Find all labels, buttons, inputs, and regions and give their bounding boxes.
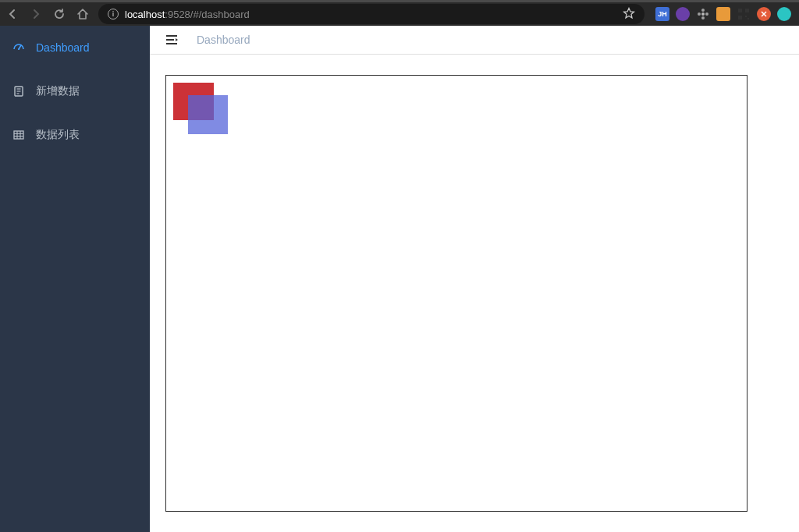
svg-point-0	[701, 12, 705, 16]
extension-purple-icon[interactable]	[676, 7, 690, 21]
site-info-icon[interactable]: i	[108, 9, 119, 20]
svg-point-10	[18, 48, 20, 50]
extension-jh-icon[interactable]: JH	[655, 7, 669, 21]
svg-point-1	[701, 9, 705, 12]
extension-teal-icon[interactable]	[777, 7, 791, 21]
svg-point-3	[698, 12, 701, 16]
svg-rect-6	[745, 9, 749, 12]
sidebar-item-dashboard[interactable]: Dashboard	[0, 26, 150, 69]
reload-button[interactable]	[51, 6, 67, 22]
table-icon	[12, 129, 25, 141]
svg-rect-7	[738, 16, 742, 20]
sidebar: Dashboard 新增数据 数据列表	[0, 26, 150, 532]
bookmark-star-icon[interactable]	[623, 7, 635, 22]
svg-point-4	[705, 12, 708, 16]
svg-rect-8	[745, 16, 747, 17]
breadcrumb: Dashboard	[197, 34, 250, 46]
svg-rect-15	[14, 131, 23, 139]
app-container: Dashboard 新增数据 数据列表 Das	[0, 26, 799, 532]
blue-square[interactable]	[188, 95, 228, 134]
svg-rect-9	[748, 18, 749, 20]
svg-rect-5	[738, 9, 742, 12]
hamburger-toggle-icon[interactable]	[164, 32, 179, 48]
svg-point-2	[701, 16, 705, 20]
sidebar-item-new-data[interactable]: 新增数据	[0, 69, 150, 113]
browser-chrome: i localhost:9528/#/dashboard JH	[0, 0, 799, 26]
form-icon	[12, 85, 25, 98]
url-text: localhost:9528/#/dashboard	[125, 9, 250, 20]
back-button[interactable]	[5, 6, 20, 22]
extension-qr-icon[interactable]	[737, 7, 751, 21]
dashboard-icon	[12, 41, 25, 54]
content-area	[150, 55, 799, 532]
extension-flower-icon[interactable]	[696, 7, 710, 21]
sidebar-item-data-list[interactable]: 数据列表	[0, 113, 150, 157]
sidebar-item-label: 数据列表	[36, 128, 80, 142]
sidebar-item-label: 新增数据	[36, 84, 80, 98]
url-host: localhost	[125, 9, 165, 20]
extension-red-icon[interactable]	[757, 7, 771, 21]
extension-icons: JH	[652, 7, 794, 21]
url-bar[interactable]: i localhost:9528/#/dashboard	[98, 4, 645, 24]
topbar: Dashboard	[150, 26, 799, 55]
forward-button[interactable]	[28, 6, 44, 22]
canvas-container	[165, 75, 748, 512]
url-rest: :9528/#/dashboard	[165, 9, 249, 20]
home-button[interactable]	[75, 6, 91, 22]
sidebar-item-label: Dashboard	[36, 41, 90, 54]
extension-orange-icon[interactable]	[716, 7, 730, 21]
main-content: Dashboard	[150, 26, 799, 532]
